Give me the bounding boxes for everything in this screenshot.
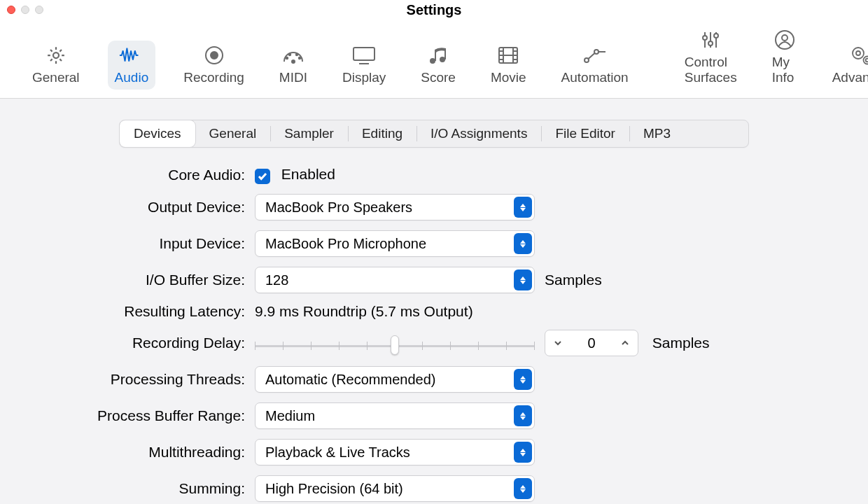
summing-select[interactable]: High Precision (64 bit) [255, 475, 535, 502]
stepper-increment[interactable] [612, 330, 638, 356]
audio-subtabs: Devices General Sampler Editing I/O Assi… [119, 120, 749, 148]
tab-label: Recording [183, 70, 244, 85]
output-device-select[interactable]: MacBook Pro Speakers [255, 194, 535, 220]
svg-point-3 [292, 60, 295, 63]
stepper-knob-icon [514, 478, 532, 499]
stepper-knob-icon [514, 197, 532, 218]
preferences-body: Devices General Sampler Editing I/O Assi… [0, 99, 868, 504]
display-icon [351, 45, 377, 66]
output-device-label: Output Device: [42, 199, 245, 216]
stepper-knob-icon [514, 233, 532, 254]
gears-icon [849, 45, 868, 66]
record-icon [202, 45, 227, 66]
process-buffer-range-value: Medium [265, 408, 315, 424]
recording-delay-suffix: Samples [652, 335, 710, 351]
tab-label: Movie [491, 70, 526, 85]
recording-delay-stepper: 0 [545, 330, 638, 356]
processing-threads-value: Automatic (Recommended) [265, 372, 435, 388]
automation-icon [582, 45, 608, 66]
svg-point-21 [856, 51, 860, 55]
subtab-mp3[interactable]: MP3 [629, 120, 685, 147]
tab-display[interactable]: Display [335, 41, 393, 90]
svg-point-20 [782, 35, 788, 41]
subtab-io-assignments[interactable]: I/O Assignments [416, 120, 541, 147]
window-title: Settings [0, 2, 868, 18]
summing-value: High Precision (64 bit) [265, 481, 403, 497]
svg-point-7 [299, 57, 300, 59]
stepper-knob-icon [514, 270, 532, 290]
tab-label: Display [342, 70, 386, 85]
tab-label: Advanced [832, 70, 868, 85]
svg-point-2 [211, 52, 218, 59]
process-buffer-range-select[interactable]: Medium [255, 402, 535, 429]
io-buffer-value: 128 [265, 272, 288, 288]
processing-threads-select[interactable]: Automatic (Recommended) [255, 366, 535, 393]
svg-point-11 [440, 57, 445, 62]
io-buffer-select[interactable]: 128 [255, 267, 535, 293]
tab-general[interactable]: General [25, 41, 87, 90]
svg-rect-8 [354, 48, 374, 60]
subtab-general[interactable]: General [195, 120, 271, 147]
tab-label: Score [421, 70, 456, 85]
svg-point-14 [584, 58, 589, 62]
tab-label: Audio [115, 70, 149, 85]
tab-label: Automation [561, 70, 629, 85]
stepper-decrement[interactable] [545, 330, 570, 356]
titlebar: Settings [0, 0, 868, 20]
core-audio-label: Core Audio: [42, 167, 245, 183]
tab-score[interactable]: Score [414, 41, 463, 90]
tab-control-surfaces[interactable]: Control Surfaces [678, 25, 744, 90]
output-device-value: MacBook Pro Speakers [265, 200, 412, 216]
svg-point-22 [853, 48, 864, 59]
tab-automation[interactable]: Automation [554, 41, 636, 90]
gauge-icon [281, 45, 306, 66]
stepper-knob-icon [514, 405, 532, 426]
svg-point-6 [296, 54, 298, 55]
music-notes-icon [426, 45, 451, 66]
latency-value: 9.9 ms Roundtrip (5.7 ms Output) [255, 303, 535, 320]
stepper-knob-icon [514, 442, 532, 463]
recording-delay-slider[interactable] [255, 338, 535, 354]
tab-recording[interactable]: Recording [176, 41, 251, 90]
svg-point-23 [866, 59, 868, 62]
io-buffer-label: I/O Buffer Size: [42, 272, 245, 288]
slider-thumb[interactable] [391, 335, 399, 355]
tab-audio[interactable]: Audio [108, 41, 156, 90]
tab-movie[interactable]: Movie [484, 41, 533, 90]
svg-point-9 [430, 58, 435, 64]
process-buffer-range-label: Process Buffer Range: [42, 407, 245, 424]
processing-threads-label: Processing Threads: [42, 371, 245, 388]
tab-my-info[interactable]: My Info [765, 25, 804, 90]
subtab-sampler[interactable]: Sampler [270, 120, 348, 147]
tab-midi[interactable]: MIDI [272, 41, 314, 90]
subtab-editing[interactable]: Editing [348, 120, 416, 147]
preferences-toolbar: General Audio Recording MIDI [0, 20, 868, 99]
core-audio-checkbox[interactable] [255, 169, 270, 184]
devices-form: Core Audio: Enabled Output Device: MacBo… [14, 166, 854, 502]
svg-point-16 [703, 36, 707, 40]
svg-point-5 [289, 54, 290, 55]
input-device-label: Input Device: [42, 235, 245, 252]
stepper-knob-icon [514, 369, 532, 390]
latency-label: Resulting Latency: [42, 303, 245, 320]
svg-point-0 [53, 52, 59, 58]
subtab-file-editor[interactable]: File Editor [541, 120, 629, 147]
multithreading-label: Multithreading: [42, 444, 245, 461]
multithreading-select[interactable]: Playback & Live Tracks [255, 439, 535, 465]
core-audio-enabled-text: Enabled [281, 166, 335, 182]
tab-label: General [32, 70, 80, 85]
tab-advanced[interactable]: Advanced [825, 41, 868, 90]
film-icon [496, 45, 521, 66]
io-buffer-suffix: Samples [545, 272, 727, 288]
subtab-devices[interactable]: Devices [120, 120, 195, 147]
tab-label: My Info [772, 55, 797, 85]
waveform-icon [119, 45, 144, 66]
tab-label: Control Surfaces [685, 55, 737, 85]
svg-point-4 [286, 57, 288, 59]
summing-label: Summing: [42, 480, 245, 497]
recording-delay-value: 0 [570, 335, 612, 351]
gear-icon [43, 45, 69, 66]
recording-delay-label: Recording Delay: [42, 335, 245, 351]
input-device-select[interactable]: MacBook Pro Microphone [255, 230, 535, 257]
person-circle-icon [772, 29, 797, 50]
